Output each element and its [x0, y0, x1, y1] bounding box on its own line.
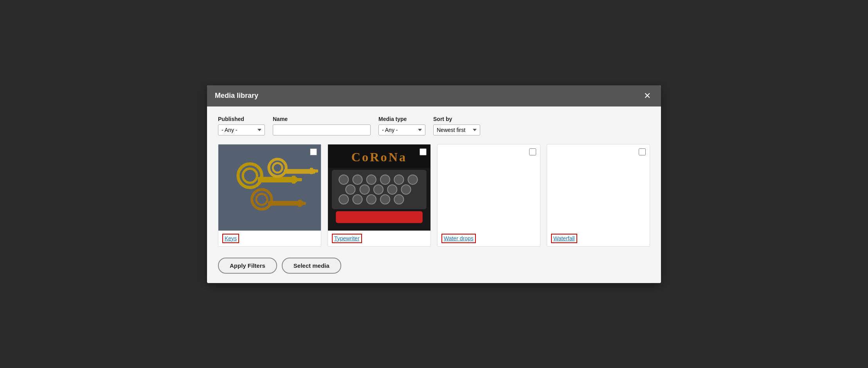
- media-name-row-typewriter: Typewriter: [328, 231, 430, 246]
- media-name-link-waterfall[interactable]: Waterfall: [551, 234, 577, 243]
- modal-overlay: Media library ✕ Published - Any - Name M…: [0, 0, 868, 368]
- sort-by-select[interactable]: Newest first Oldest first Name (A-Z) Nam…: [433, 124, 480, 135]
- media-image-water-drops: [438, 144, 540, 231]
- name-label: Name: [273, 116, 371, 122]
- media-checkbox-waterfall[interactable]: [639, 148, 646, 155]
- media-library-modal: Media library ✕ Published - Any - Name M…: [207, 85, 661, 283]
- name-filter-group: Name: [273, 116, 371, 135]
- published-select[interactable]: - Any -: [218, 124, 265, 135]
- published-filter-group: Published - Any -: [218, 116, 265, 135]
- media-type-select[interactable]: - Any -: [378, 124, 425, 135]
- media-checkbox-keys[interactable]: [310, 148, 317, 155]
- media-name-link-water-drops[interactable]: Water drops: [441, 234, 476, 243]
- media-name-link-typewriter[interactable]: Typewriter: [332, 234, 362, 243]
- media-item-waterfall: Waterfall: [547, 144, 650, 247]
- media-checkbox-water-drops[interactable]: [529, 148, 536, 155]
- published-label: Published: [218, 116, 265, 122]
- media-name-link-keys[interactable]: Keys: [222, 234, 239, 243]
- media-checkbox-typewriter[interactable]: [420, 148, 427, 155]
- media-name-row-water-drops: Water drops: [438, 231, 540, 246]
- name-input[interactable]: [273, 124, 371, 135]
- sort-by-label: Sort by: [433, 116, 480, 122]
- media-name-row-waterfall: Waterfall: [547, 231, 650, 246]
- media-name-row-keys: Keys: [218, 231, 321, 246]
- media-item-typewriter: Typewriter: [328, 144, 431, 247]
- media-type-filter-group: Media type - Any -: [378, 116, 425, 135]
- media-type-label: Media type: [378, 116, 425, 122]
- footer-row: Apply Filters Select media: [218, 256, 650, 274]
- select-media-button[interactable]: Select media: [282, 258, 341, 274]
- media-image-typewriter: [328, 144, 430, 231]
- media-image-waterfall: [547, 144, 650, 231]
- media-item-keys: Keys: [218, 144, 321, 247]
- filters-row: Published - Any - Name Media type - Any …: [218, 116, 650, 135]
- media-image-keys: [218, 144, 321, 231]
- close-button[interactable]: ✕: [641, 91, 653, 101]
- modal-title: Media library: [215, 92, 258, 100]
- modal-body: Published - Any - Name Media type - Any …: [207, 106, 661, 283]
- apply-filters-button[interactable]: Apply Filters: [218, 258, 277, 274]
- media-item-water-drops: Water drops: [437, 144, 540, 247]
- sort-by-filter-group: Sort by Newest first Oldest first Name (…: [433, 116, 480, 135]
- media-grid: KeysTypewriterWater dropsWaterfall: [218, 144, 650, 247]
- modal-header: Media library ✕: [207, 85, 661, 106]
